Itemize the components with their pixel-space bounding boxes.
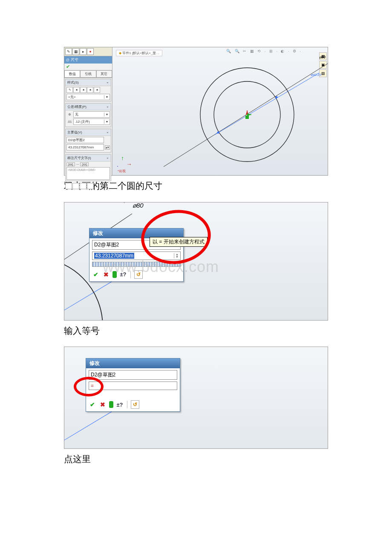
rebuild-button[interactable] [109, 401, 113, 408]
dimension-text-section: 标注尺寸文字(I)⌄ (xx) ··· (xx) <MOD-DIAM><DIM> [65, 154, 111, 181]
panel-tabs: 数值 引线 其它 [64, 70, 112, 78]
figure-modify-equals: 修改 D2@草图2 = ✔ ✖ ±? ↺ [64, 347, 328, 449]
dimension-label[interactable]: ⌀43.23 [311, 73, 321, 77]
panel-title: ∅ 尺寸 [64, 56, 112, 64]
chevron-down-icon: ▾ [104, 95, 110, 99]
sketch-svg [112, 47, 328, 175]
svg-point-4 [276, 96, 278, 98]
chevron-down-icon: ▾ [104, 113, 110, 116]
dimension-icon: ∅ [66, 58, 69, 62]
reset-button[interactable]: ↺ [131, 400, 139, 409]
collapse-icon[interactable]: ⌄ [106, 130, 109, 135]
dimension-label: ⌀80 [133, 202, 144, 209]
ok-button[interactable]: ✔ [92, 271, 100, 278]
section-title: 主要值(V)⌄ [66, 129, 111, 136]
section-title: 样式(S)⌄ [66, 79, 111, 86]
figure-modify-dialog: ⌀80 修改 D2@草图2 43.23127087mm ▲▼ ✔ ✖ ±? ↺ [64, 202, 328, 321]
primary-value-section: 主要值(V)⌄ D2@草图2 43.23127087mm ▴▾ [65, 129, 111, 153]
section-title: 公差/精度(P)⌄ [66, 104, 111, 110]
svg-point-5 [217, 132, 219, 134]
chevron-down-icon: ▾ [104, 120, 110, 124]
tool-icon[interactable]: ✎ [65, 48, 72, 55]
style-icon[interactable]: ★ [94, 87, 100, 93]
dim-name-input[interactable]: D2@草图2 [66, 137, 104, 143]
property-panel: ✎ ▦ ▸ ● ∅ 尺寸 ✔ 数值 引线 其它 样式(S)⌄ ✎ ★ [64, 47, 112, 175]
align-button[interactable] [87, 183, 94, 189]
cancel-button[interactable]: ✖ [99, 401, 107, 408]
caption-2: 输入等号 [64, 324, 328, 338]
plus-minus-button[interactable]: ±? [116, 401, 124, 408]
panel-toolbar: ✎ ▦ ▸ ● [64, 47, 112, 56]
tool-icon[interactable]: ▸ [80, 48, 86, 55]
dialog-title: 修改 [86, 358, 180, 368]
dim-value-field[interactable]: = [89, 382, 177, 390]
graphics-area[interactable]: ◆零件1 (默认<默认>_显… 🔍 🔍 ✂ ▦ ⟲ · ⊞ · ◐ · ⚙ · … [112, 47, 328, 175]
tab-other[interactable]: 其它 [96, 70, 112, 78]
precision-select[interactable]: .12 (文件)▾ [73, 119, 110, 125]
collapse-icon[interactable]: ⌄ [106, 80, 109, 85]
text-layout-button[interactable]: (xx) [66, 162, 75, 166]
style-select[interactable]: <无>▾ [66, 94, 110, 100]
sketch-line [64, 347, 132, 350]
svg-line-0 [164, 62, 328, 167]
dim-value-input[interactable]: 43.23127087mm [66, 144, 104, 150]
dim-text-area[interactable]: <MOD-DIAM><DIM> [66, 167, 110, 180]
accept-button[interactable]: ✔ [64, 64, 112, 70]
align-button[interactable] [72, 183, 79, 189]
svg-line-1 [215, 73, 319, 135]
precision-icon: .01 [66, 119, 72, 124]
tool-icon[interactable]: ▦ [72, 48, 79, 55]
text-align-buttons [65, 183, 111, 189]
tol-icon: ⊕ [66, 112, 72, 117]
figure-solidworks-dimension: ✎ ▦ ▸ ● ∅ 尺寸 ✔ 数值 引线 其它 样式(S)⌄ ✎ ★ [64, 47, 328, 176]
collapse-icon[interactable]: ⌄ [106, 156, 109, 160]
align-button[interactable] [65, 183, 72, 189]
svg-rect-10 [245, 116, 249, 119]
tab-leader[interactable]: 引线 [80, 70, 96, 78]
style-icon[interactable]: ★ [87, 87, 93, 93]
align-button[interactable] [80, 183, 86, 189]
style-icon[interactable]: ✎ [66, 87, 73, 93]
section-title: 标注尺寸文字(I)⌄ [66, 155, 111, 162]
tol-select[interactable]: 无▾ [73, 111, 110, 118]
collapse-icon[interactable]: ⌄ [106, 104, 109, 109]
spinner-icon[interactable]: ▴▾ [105, 145, 110, 150]
text-sep: ··· [76, 162, 79, 166]
style-section: 样式(S)⌄ ✎ ★ ★ ★ ★ <无>▾ [65, 79, 111, 101]
style-icon[interactable]: ★ [73, 87, 80, 93]
tolerance-section: 公差/精度(P)⌄ ⊕无▾ .01.12 (文件)▾ [65, 103, 111, 127]
modify-dialog: 修改 D2@草图2 = ✔ ✖ ±? ↺ [86, 358, 180, 412]
dimension-label[interactable]: ⌀80 [319, 55, 326, 59]
caption-3: 点这里 [64, 452, 328, 467]
equation-tooltip: 以 = 开始来创建方程式 [150, 237, 208, 247]
view-label: *前视 [118, 169, 126, 173]
text-layout-button[interactable]: (xx) [80, 162, 89, 166]
watermark: www.bdocx.com [103, 258, 219, 276]
tool-icon[interactable]: ● [87, 48, 94, 55]
tab-value[interactable]: 数值 [64, 70, 80, 78]
dim-name-field[interactable]: D2@草图2 [89, 370, 177, 380]
style-icon[interactable]: ★ [80, 87, 86, 93]
dialog-actions: ✔ ✖ ±? ↺ [89, 399, 177, 410]
ok-button[interactable]: ✔ [89, 401, 96, 408]
